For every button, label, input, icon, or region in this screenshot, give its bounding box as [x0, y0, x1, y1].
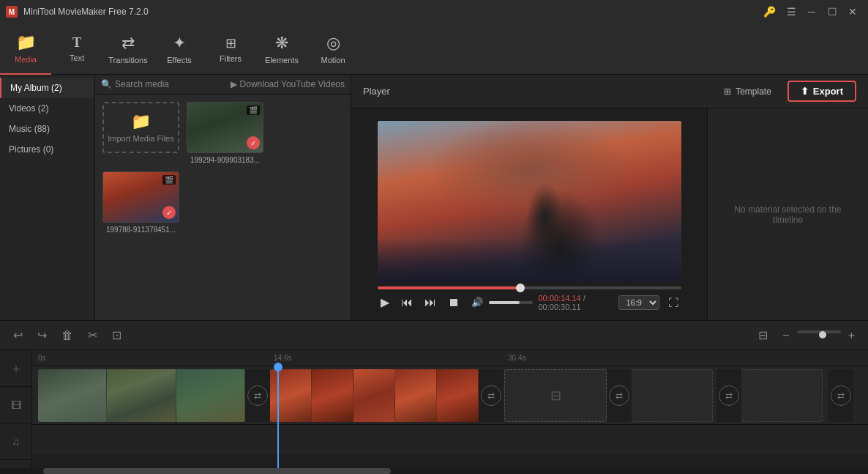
timeline-tracks: ⇄ ⇄: [32, 366, 868, 468]
transition-4[interactable]: ⇄: [717, 369, 741, 422]
zoom-out-button[interactable]: −: [778, 326, 793, 345]
redo-button[interactable]: ↪: [33, 325, 51, 345]
toolbar-elements[interactable]: ❋ Elements: [256, 23, 307, 75]
template-button[interactable]: ⊞ Template: [717, 84, 779, 100]
skip-forward-button[interactable]: ⏭: [422, 295, 439, 311]
media-grid: 📁 Import Media Files 🎬 ✓ 199294-90990318…: [95, 95, 351, 320]
transition-arrow-5: ⇄: [831, 385, 851, 406]
aspect-ratio-select[interactable]: 16:9 9:16 1:1 4:3: [618, 295, 659, 310]
zoom-control: − +: [778, 326, 859, 345]
zoom-slider[interactable]: [797, 330, 841, 341]
ruler-mark-0s: 0s: [38, 354, 46, 362]
media-item-clip1[interactable]: 🎬 ✓ 199294-909903183...: [187, 102, 263, 164]
import-thumb[interactable]: 📁 Import Media Files: [102, 102, 179, 153]
properties-panel: No material selected on the timeline: [707, 108, 868, 320]
player-header: Player ⊞ Template ⬆ Export: [351, 75, 868, 108]
player-controls: ▶ ⏮ ⏭ ⏹ 🔊 00:00:14.14 / 00:00:30.1: [378, 282, 681, 316]
clip-1-frames: [38, 369, 245, 422]
export-button[interactable]: ⬆ Export: [787, 81, 856, 102]
clip2-check: ✓: [162, 206, 176, 219]
effects-icon: ✦: [173, 34, 186, 53]
video-clip-1[interactable]: [38, 369, 245, 422]
progress-bar[interactable]: [378, 286, 681, 289]
transitions-icon: ⇄: [121, 34, 135, 53]
close-button[interactable]: ✕: [843, 2, 862, 21]
cut-button[interactable]: ✂: [83, 325, 102, 345]
download-youtube[interactable]: ▶ Download YouTube Videos: [231, 79, 345, 89]
playhead-head: [274, 363, 283, 371]
timeline-track-icons: ＋ 🎞 ♫: [0, 350, 32, 468]
minimize-button[interactable]: ─: [802, 2, 821, 21]
toolbar-filters[interactable]: ⊞ Filters: [205, 23, 256, 75]
maximize-button[interactable]: ☐: [823, 2, 842, 21]
crop-button[interactable]: ⊡: [108, 325, 126, 345]
import-label: Import Media Files: [108, 134, 173, 143]
volume-icon[interactable]: 🔊: [468, 295, 486, 309]
video-player: ▶ ⏮ ⏭ ⏹ 🔊 00:00:14.14 / 00:00:30.1: [351, 108, 707, 320]
sidebar-item-album[interactable]: My Album (2): [0, 78, 94, 98]
menu-button[interactable]: ☰: [782, 2, 801, 21]
fullscreen-button[interactable]: ⛶: [665, 295, 681, 310]
transition-2[interactable]: ⇄: [479, 369, 504, 422]
video-clip-3[interactable]: ⊟: [504, 369, 607, 422]
play-button[interactable]: ▶: [378, 294, 392, 311]
video-clip-2[interactable]: [270, 369, 479, 422]
player-content: ▶ ⏮ ⏭ ⏹ 🔊 00:00:14.14 / 00:00:30.1: [351, 108, 868, 320]
key-icon: 🔑: [763, 6, 776, 18]
toolbar-motion[interactable]: ◎ Motion: [307, 23, 359, 75]
sidebar-item-pictures[interactable]: Pictures (0): [0, 139, 94, 160]
youtube-icon: ▶: [231, 79, 237, 89]
timeline-scrollbar[interactable]: [0, 468, 868, 474]
toolbar-text[interactable]: T Text: [51, 23, 102, 75]
frame-1: [38, 369, 107, 422]
ruler-mark-304s: 30.4s: [508, 354, 525, 362]
transition-5[interactable]: ⇄: [828, 369, 853, 422]
import-media-item[interactable]: 📁 Import Media Files: [102, 102, 179, 164]
fire-frame-2: [312, 369, 353, 422]
stop-button[interactable]: ⏹: [445, 295, 463, 311]
playhead[interactable]: [277, 366, 279, 468]
no-material-text: No material selected on the timeline: [708, 190, 868, 240]
placeholder-icon: ⊟: [550, 388, 561, 404]
toolbar-effects[interactable]: ✦ Effects: [154, 23, 205, 75]
sidebar-item-music[interactable]: Music (88): [0, 119, 94, 139]
template-icon: ⊞: [724, 86, 731, 97]
transition-1[interactable]: ⇄: [245, 369, 270, 422]
undo-button[interactable]: ↩: [9, 325, 27, 345]
transition-arrow-4: ⇄: [719, 385, 739, 406]
zoom-in-button[interactable]: +: [844, 326, 859, 345]
volume-fill: [489, 301, 520, 304]
delete-button[interactable]: 🗑: [57, 326, 78, 345]
scrollbar-thumb[interactable]: [43, 468, 390, 474]
search-media[interactable]: 🔍 Search media: [101, 79, 169, 89]
clip2-name: 199788-911378451...: [106, 226, 176, 234]
transition-3[interactable]: ⇄: [607, 369, 632, 422]
video-badge-2: 🎬: [162, 175, 176, 185]
video-clip-5[interactable]: [735, 369, 823, 422]
skip-back-button[interactable]: ⏮: [398, 295, 416, 311]
timeline: ↩ ↪ 🗑 ✂ ⊡ ⊟ − + ＋ 🎞 ♫ 0s 14.6s: [0, 320, 868, 474]
video-clip-4[interactable]: [625, 369, 713, 422]
volume-track[interactable]: [489, 301, 533, 304]
video-track-icon: 🎞: [0, 387, 31, 423]
timeline-content: ＋ 🎞 ♫ 0s 14.6s 30.4s: [0, 350, 868, 468]
text-icon: T: [72, 35, 81, 51]
media-item-clip2[interactable]: 🎬 ✓ 199788-911378451...: [102, 171, 179, 234]
clip1-thumb[interactable]: 🎬 ✓: [187, 102, 263, 153]
progress-thumb[interactable]: [516, 284, 525, 292]
toolbar-media[interactable]: 📁 Media: [0, 23, 51, 75]
folder-import-icon: 📁: [131, 112, 151, 131]
app-icon: M: [6, 6, 18, 18]
media-toolbar: 🔍 Search media ▶ Download YouTube Videos: [95, 75, 351, 95]
progress-fill: [378, 286, 520, 289]
clip1-check: ✓: [247, 136, 260, 149]
split-view-button[interactable]: ⊟: [754, 325, 772, 345]
motion-icon: ◎: [326, 34, 340, 53]
video-badge: 🎬: [247, 105, 260, 115]
toolbar-transitions[interactable]: ⇄ Transitions: [102, 23, 154, 75]
add-track-icon[interactable]: ＋: [0, 350, 31, 387]
video-screen[interactable]: [378, 121, 681, 282]
clip2-thumb[interactable]: 🎬 ✓: [102, 171, 179, 223]
search-icon: 🔍: [101, 79, 112, 89]
sidebar-item-videos[interactable]: Videos (2): [0, 98, 94, 119]
